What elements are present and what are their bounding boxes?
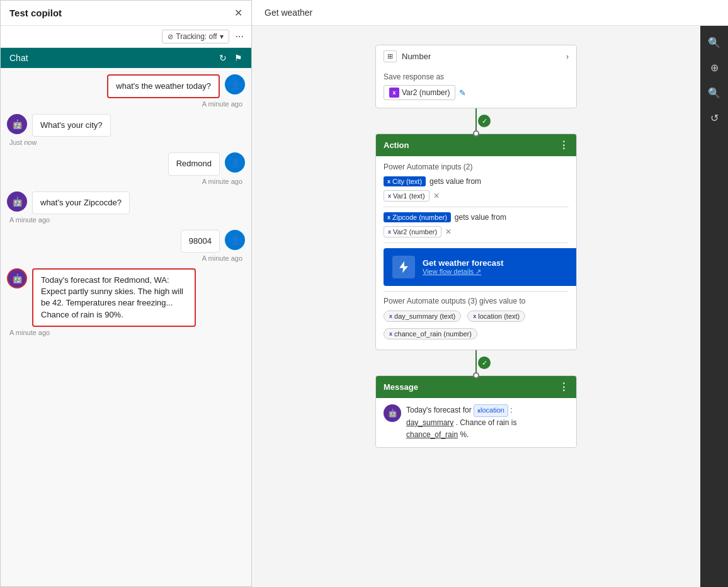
timestamp: A minute ago xyxy=(7,216,52,224)
var2-zipcode-label: Var2 (number) xyxy=(393,228,437,236)
chevron-down-icon: ▾ xyxy=(220,32,224,41)
outputs-list: x day_summary (text) x location (text) x… xyxy=(384,311,569,343)
chance-rain-label: chance_of_rain (number) xyxy=(394,330,472,338)
var2-row: x Var2 (number) ✕ xyxy=(384,226,569,237)
message-row: 🤖 Today's forecast for Redmond, WA: Expe… xyxy=(7,268,245,336)
tracking-label: Tracking: off xyxy=(176,32,217,41)
location-var-inline: x location xyxy=(474,404,508,417)
canvas-area: ⊞ Number › Save response as x Var2 (numb… xyxy=(252,26,700,587)
panel-title: Test copilot xyxy=(9,8,62,18)
remove-var2-icon[interactable]: ✕ xyxy=(445,227,452,236)
number-node-row: ⊞ Number › xyxy=(376,45,576,67)
message-row: 👤 what's the weather today? A minute ago xyxy=(7,74,245,108)
message-with-avatar: 👤 what's the weather today? xyxy=(107,74,245,98)
timestamp: A minute ago xyxy=(7,329,52,336)
tracking-button[interactable]: ⊘ Tracking: off ▾ xyxy=(162,30,229,43)
zipcode-chip-label: Zipcode (number) xyxy=(392,214,447,221)
message-text: Today's forecast for Redmond, WA: Expect… xyxy=(41,275,183,319)
city-chip-label: City (text) xyxy=(392,178,422,185)
message-row: 👤 98004 A minute ago xyxy=(7,230,245,262)
view-flow-details-link[interactable]: View flow details ↗ xyxy=(423,268,504,276)
gets-value-from-1: gets value from xyxy=(429,177,481,186)
var2-chip: x Var2 (number) xyxy=(384,85,455,100)
location-var-label: location xyxy=(481,405,504,416)
history-button[interactable]: ↺ xyxy=(704,108,724,128)
day-summary-output: x day_summary (text) xyxy=(384,311,461,322)
close-icon[interactable]: ✕ xyxy=(234,7,242,19)
avatar: 🤖 xyxy=(7,191,27,212)
message-with-avatar: 🤖 What's your city? xyxy=(7,114,111,137)
message-row: 👤 Redmond A minute ago xyxy=(7,152,245,185)
var1-row: x Var1 (text) ✕ xyxy=(384,190,569,202)
msg-prefix: Today's forecast for xyxy=(406,406,474,414)
chat-messages: 👤 what's the weather today? A minute ago… xyxy=(1,68,251,586)
connector-2: ✓ xyxy=(375,350,577,375)
timestamp: A minute ago xyxy=(200,254,245,262)
pa-inputs-title: Power Automate inputs (2) xyxy=(384,162,569,171)
edit-icon[interactable]: ✎ xyxy=(459,88,466,98)
right-panel: Get weather ⊞ Number › Save response as xyxy=(252,0,728,587)
right-panel-title: Get weather xyxy=(264,8,312,18)
connector-1: ✓ xyxy=(375,108,577,134)
flow-action-title: Get weather forecast xyxy=(423,258,504,268)
var-icon-small: x xyxy=(389,313,392,319)
zipcode-chip: x Zipcode (number) xyxy=(384,212,451,222)
location-output: x location (text) xyxy=(467,311,525,322)
message-with-avatar: 🤖 what's your Zipcocde? xyxy=(7,191,130,214)
message-body: 🤖 Today's forecast for x location : day_… xyxy=(376,398,576,447)
tracking-bar: ⊘ Tracking: off ▾ ··· xyxy=(1,26,251,48)
message-more-icon[interactable]: ⋮ xyxy=(559,381,569,393)
message-text: What's your city? xyxy=(40,120,103,130)
message-with-avatar: 🤖 Today's forecast for Redmond, WA: Expe… xyxy=(7,268,196,327)
flow-action-text: Get weather forecast View flow details ↗ xyxy=(423,258,504,276)
message-node: Message ⋮ 🤖 Today's forecast for x locat… xyxy=(375,375,577,448)
message-header: Message ⋮ xyxy=(376,376,576,398)
zoom-in-button[interactable]: 🔍 xyxy=(704,32,724,52)
var-x-small-icon-2: x xyxy=(388,229,391,235)
history-icon: ↺ xyxy=(710,112,719,124)
var-icon-small-2: x xyxy=(473,313,476,319)
locate-button[interactable]: ⊕ xyxy=(704,57,724,77)
left-header: Test copilot ✕ xyxy=(1,1,251,26)
var-x-small-icon: x xyxy=(388,193,391,199)
timestamp: A minute ago xyxy=(200,100,245,108)
pa-outputs-title: Power Automate outputs (3) gives value t… xyxy=(384,297,569,305)
var2-label: Var2 (number) xyxy=(402,88,450,97)
city-chip: x City (text) xyxy=(384,176,426,186)
flag-icon[interactable]: ⚑ xyxy=(234,53,242,63)
remove-var1-icon[interactable]: ✕ xyxy=(433,191,440,200)
chance-rain-output: x chance_of_rain (number) xyxy=(384,328,477,339)
message-bubble: what's the weather today? xyxy=(107,74,220,98)
avatar: 👤 xyxy=(225,152,245,173)
number-node-label: Number xyxy=(402,52,431,61)
timestamp: Just now xyxy=(7,139,39,146)
message-label: Message xyxy=(384,382,418,392)
tracking-off-icon: ⊘ xyxy=(168,33,173,41)
message-text: Redmond xyxy=(176,159,212,168)
message-row: 🤖 What's your city? Just now xyxy=(7,114,245,146)
message-bubble: Today's forecast for Redmond, WA: Expect… xyxy=(32,268,196,327)
zoom-out-button[interactable]: 🔍 xyxy=(704,83,724,103)
msg-suffix: %. xyxy=(460,430,469,439)
more-options-icon[interactable]: ··· xyxy=(236,31,244,42)
refresh-icon[interactable]: ↻ xyxy=(219,53,227,63)
var-icon-small-3: x xyxy=(389,331,392,337)
var2-chip-outline: x Var2 (number) xyxy=(384,226,441,237)
day-summary-var-inline: day_summary xyxy=(406,418,453,427)
chance-rain-var-inline: chance_of_rain xyxy=(406,430,458,439)
message-bubble: What's your city? xyxy=(32,114,111,137)
message-bot-avatar: 🤖 xyxy=(384,404,401,422)
action-label: Action xyxy=(384,140,409,150)
location-label: location (text) xyxy=(478,312,520,320)
var-x-icon-2: x xyxy=(387,214,390,220)
save-response-label: Save response as xyxy=(384,72,569,81)
avatar: 👤 xyxy=(225,230,245,250)
message-row: 🤖 what's your Zipcocde? A minute ago xyxy=(7,191,245,224)
action-more-icon[interactable]: ⋮ xyxy=(559,139,569,151)
message-content: Today's forecast for x location : day_su… xyxy=(406,404,569,441)
var-x-icon: x xyxy=(387,178,390,185)
message-text: what's your Zipcocde? xyxy=(40,198,122,207)
right-content: ⊞ Number › Save response as x Var2 (numb… xyxy=(252,26,728,587)
flow-container: ⊞ Number › Save response as x Var2 (numb… xyxy=(271,38,681,448)
flow-action-box: Get weather forecast View flow details ↗ xyxy=(384,248,577,286)
